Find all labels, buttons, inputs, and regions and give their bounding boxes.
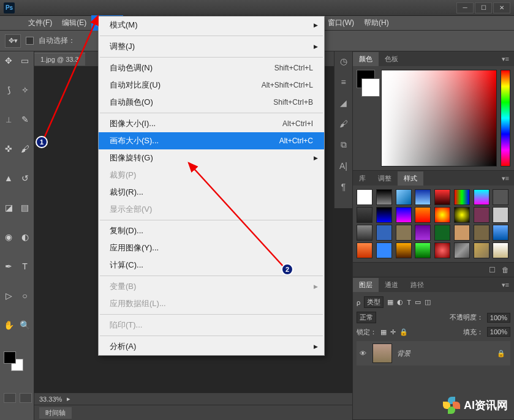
style-swatch[interactable] <box>474 189 489 205</box>
style-swatch[interactable] <box>434 242 450 258</box>
tab-libraries[interactable]: 库 <box>353 171 372 186</box>
eyedropper-tool-icon[interactable]: ✎ <box>18 113 32 126</box>
style-swatch[interactable] <box>434 225 450 241</box>
style-swatch[interactable] <box>357 242 372 258</box>
menu-item[interactable]: 自动色调(N)Shift+Ctrl+L <box>99 59 324 77</box>
tab-channels[interactable]: 通道 <box>379 278 404 292</box>
visibility-icon[interactable]: 👁 <box>358 350 368 357</box>
opacity-value[interactable]: 100% <box>487 313 510 323</box>
style-swatch[interactable] <box>415 207 431 223</box>
style-swatch[interactable] <box>454 189 470 205</box>
style-swatch[interactable] <box>415 225 431 241</box>
style-swatch[interactable] <box>376 242 392 258</box>
minimize-button[interactable]: ─ <box>456 2 474 13</box>
path-select-tool-icon[interactable]: ▷ <box>1 289 16 302</box>
panel-menu-icon[interactable]: ▾≡ <box>497 281 514 289</box>
lasso-tool-icon[interactable]: ⟆ <box>1 83 16 97</box>
tab-adjustments[interactable]: 调整 <box>372 171 398 186</box>
style-swatch[interactable] <box>474 207 489 223</box>
style-swatch[interactable] <box>434 207 450 223</box>
hue-slider[interactable] <box>501 70 510 167</box>
style-swatch[interactable] <box>376 225 392 241</box>
menu-1[interactable]: 编辑(E) <box>57 15 91 31</box>
dodge-tool-icon[interactable]: ◐ <box>18 230 32 244</box>
style-swatch[interactable] <box>396 207 412 223</box>
layer-thumbnail[interactable] <box>372 343 392 363</box>
style-swatch[interactable] <box>357 189 372 205</box>
filter-smart-icon[interactable]: ◫ <box>425 298 431 306</box>
style-swatch[interactable] <box>493 207 508 223</box>
stamp-tool-icon[interactable]: ▲ <box>1 171 16 185</box>
style-swatch[interactable] <box>454 242 470 258</box>
panel-menu-icon[interactable]: ▾≡ <box>497 55 514 63</box>
foreground-color[interactable] <box>4 351 16 364</box>
menu-item[interactable]: 复制(D)... <box>99 222 324 239</box>
brush-tool-icon[interactable]: 🖌 <box>18 142 32 156</box>
style-swatch[interactable] <box>493 242 508 258</box>
move-tool-preset-icon[interactable]: ✥▾ <box>5 34 21 48</box>
style-swatch[interactable] <box>415 242 431 258</box>
menu-item[interactable]: 裁切(R)... <box>99 184 324 201</box>
brush-settings-icon[interactable]: ◢ <box>340 98 347 108</box>
menu-item[interactable]: 画布大小(S)...Alt+Ctrl+C <box>99 132 324 149</box>
tab-layers[interactable]: 图层 <box>353 278 379 292</box>
timeline-tab[interactable]: 时间轴 <box>39 407 72 419</box>
menu-item[interactable]: 分析(A) <box>99 338 324 355</box>
pen-tool-icon[interactable]: ✒ <box>1 260 16 273</box>
style-swatch[interactable] <box>357 225 372 241</box>
blur-tool-icon[interactable]: ◉ <box>1 230 16 244</box>
style-swatch[interactable] <box>454 225 470 241</box>
style-swatch[interactable] <box>357 207 372 223</box>
panel-menu-icon[interactable]: ▾≡ <box>497 174 514 182</box>
close-button[interactable]: ✕ <box>493 2 510 13</box>
auto-select-checkbox[interactable] <box>26 37 34 45</box>
gradient-tool-icon[interactable]: ▤ <box>18 201 32 214</box>
lock-all-icon[interactable]: 🔒 <box>399 328 408 336</box>
lock-position-icon[interactable]: ✛ <box>390 328 396 336</box>
hand-tool-icon[interactable]: ✋ <box>1 318 16 332</box>
menu-9[interactable]: 窗口(W) <box>323 15 359 31</box>
layer-filter-kind[interactable]: 类型 <box>364 296 384 308</box>
tab-paths[interactable]: 路径 <box>404 278 430 292</box>
menu-item[interactable]: 调整(J) <box>99 38 324 55</box>
magic-wand-tool-icon[interactable]: ✧ <box>18 83 32 97</box>
history-brush-tool-icon[interactable]: ↺ <box>18 171 32 185</box>
eraser-tool-icon[interactable]: ◪ <box>1 201 16 214</box>
style-swatch[interactable] <box>493 189 508 205</box>
filter-shape-icon[interactable]: ▭ <box>415 298 421 306</box>
menu-10[interactable]: 帮助(H) <box>359 15 394 31</box>
filter-adjust-icon[interactable]: ◐ <box>397 298 403 306</box>
healing-tool-icon[interactable]: ✜ <box>1 142 16 156</box>
style-swatch[interactable] <box>493 225 508 241</box>
layer-name[interactable]: 背景 <box>397 349 410 358</box>
zoom-tool-icon[interactable]: 🔍 <box>18 318 32 332</box>
blend-mode-select[interactable]: 正常 <box>357 312 376 323</box>
delete-style-icon[interactable]: 🗑 <box>502 266 509 274</box>
type-tool-icon[interactable]: T <box>18 260 32 273</box>
layer-row[interactable]: 👁 背景 🔒 <box>357 341 510 366</box>
filter-type-icon[interactable]: T <box>407 299 411 306</box>
menu-item[interactable]: 自动颜色(O)Shift+Ctrl+B <box>99 94 324 111</box>
fill-value[interactable]: 100% <box>487 327 510 337</box>
menu-item[interactable]: 模式(M) <box>99 17 324 34</box>
menu-item[interactable]: 应用图像(Y)... <box>99 239 324 257</box>
new-style-icon[interactable]: ☐ <box>489 266 496 274</box>
screenmode-icon[interactable] <box>20 393 32 403</box>
clone-source-icon[interactable]: ⧉ <box>341 140 347 150</box>
document-tab[interactable]: 1.jpg @ 33.3 <box>34 53 85 66</box>
bg-color-preview[interactable] <box>361 78 380 97</box>
menu-item[interactable]: 图像大小(I)...Alt+Ctrl+I <box>99 115 324 132</box>
crop-tool-icon[interactable]: ⟂ <box>1 113 16 126</box>
filter-pixel-icon[interactable]: ▦ <box>387 298 393 306</box>
quickmask-icon[interactable] <box>4 393 16 403</box>
style-swatch[interactable] <box>434 189 450 205</box>
style-swatch[interactable] <box>376 207 392 223</box>
style-swatch[interactable] <box>376 189 392 205</box>
history-icon[interactable]: ◷ <box>340 56 347 66</box>
style-swatch[interactable] <box>396 225 412 241</box>
brushes-icon[interactable]: 🖌 <box>339 119 348 129</box>
artboard-tool-icon[interactable]: ▭ <box>18 54 32 67</box>
doc-info-icon[interactable]: ▸ <box>67 395 70 403</box>
style-swatch[interactable] <box>454 207 470 223</box>
menu-0[interactable]: 文件(F) <box>23 15 57 31</box>
